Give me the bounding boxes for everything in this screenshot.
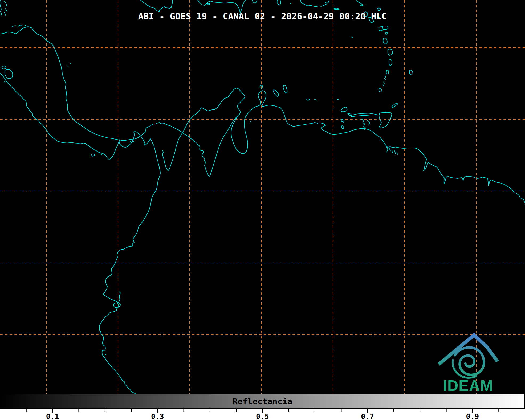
coastline [140, 0, 173, 12]
colorbar-axis: 0.10.30.50.70.9 [0, 409, 525, 420]
coastline [341, 107, 352, 129]
coastline [4, 1, 7, 15]
coastline [231, 91, 525, 203]
colorbar-tick-label: 0.9 [466, 412, 479, 420]
coastline [0, 73, 160, 394]
coastline [0, 27, 245, 176]
coastline [383, 38, 393, 74]
logo-spiral-icon [455, 348, 484, 375]
logo-text: IDEAM [443, 377, 493, 394]
coastline [352, 1, 381, 38]
colorbar-ticks: 0.10.30.50.70.9 [0, 409, 525, 420]
coastline [386, 146, 397, 154]
coastline [252, 0, 291, 5]
coastline [379, 70, 412, 92]
colorbar-tick-label: 0.3 [151, 412, 164, 420]
coastline [198, 0, 246, 15]
colorbar-tick-label: 0.7 [361, 412, 374, 420]
reflectance-colorbar: Reflectancia [0, 394, 525, 409]
colorbar-tick-label: 0.5 [256, 412, 269, 420]
coastline [379, 103, 398, 128]
colorbar-label: Reflectancia [1, 397, 524, 406]
coastline [0, 0, 2, 16]
coastline [300, 0, 339, 10]
goes-satellite-image-viewer: ABI - GOES 19 - CANAL 02 - 2026-04-29 00… [0, 0, 525, 420]
logo-mountain-icon [440, 335, 496, 363]
coastline [114, 303, 119, 307]
ideam-logo: IDEAM [432, 329, 511, 394]
coastline [119, 292, 120, 302]
colorbar-tick-label: 0.1 [46, 412, 59, 420]
coastline [379, 26, 388, 34]
coastline [351, 113, 377, 129]
coastline [4, 63, 134, 355]
coastline [260, 85, 287, 96]
coastline [12, 25, 26, 27]
